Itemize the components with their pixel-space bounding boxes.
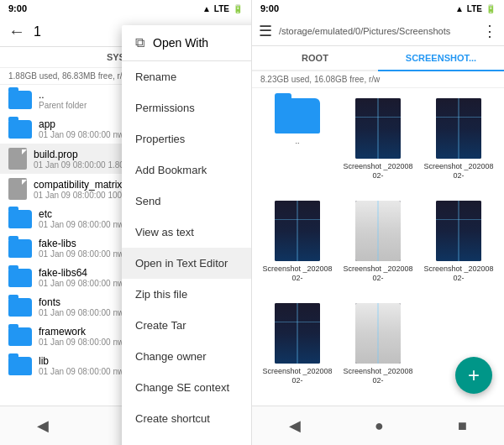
right-bottom-nav: ◀ ● ■ — [252, 406, 504, 445]
context-menu-item[interactable]: Open in Text Editor — [122, 248, 252, 279]
grid-item-label: Screenshot _20200802- — [262, 367, 333, 385]
battery-icon: 🔋 — [233, 4, 243, 13]
folder-icon — [8, 357, 32, 375]
context-menu-header: ⧉ Open With — [122, 25, 252, 61]
grid-item[interactable]: Screenshot _20200802- — [259, 300, 336, 399]
context-menu-item[interactable]: Link to this file — [122, 434, 252, 445]
grid-item[interactable]: Screenshot _20200802- — [420, 95, 497, 194]
folder-icon — [8, 239, 32, 258]
file-doc-icon — [8, 178, 27, 200]
context-menu-item[interactable]: Create shortcut — [122, 403, 252, 434]
signal-icon: LTE — [214, 4, 229, 13]
tab-item[interactable]: SCREENSHOT... — [378, 46, 504, 70]
screenshot-thumb — [436, 98, 481, 159]
right-toolbar: ☰ /storage/emulated/0/Pictures/Screensho… — [252, 17, 504, 46]
grid-item-label: .. — [295, 137, 299, 146]
context-menu-item[interactable]: Create Tar — [122, 310, 252, 341]
grid-item-label: Screenshot _20200802- — [343, 264, 413, 283]
right-status-icons: ▲ LTE 🔋 — [455, 4, 496, 13]
context-menu-item[interactable]: View as text — [122, 217, 252, 248]
right-status-bar: 9:00 ▲ LTE 🔋 — [252, 0, 504, 17]
left-panel: 9:00 ▲ LTE 🔋 ← 1 SYSTEM 1.88GB used, 86.… — [0, 0, 252, 445]
fab-button[interactable]: + — [455, 357, 492, 394]
context-menu-item[interactable]: Zip this file — [122, 279, 252, 310]
grid-item-label: Screenshot _20200802- — [343, 162, 413, 181]
screenshot-thumb — [436, 201, 481, 261]
grid-item[interactable]: Screenshot _20200802- — [259, 197, 336, 296]
right-wrapper: ..Screenshot _20200802-Screenshot _20200… — [252, 88, 504, 406]
context-menu-item[interactable]: Permissions — [122, 92, 252, 123]
context-menu-item[interactable]: Add Bookmark — [122, 154, 252, 186]
grid-item[interactable]: Screenshot _20200802- — [339, 197, 417, 296]
file-doc-icon — [8, 148, 27, 170]
right-signal-icon: LTE — [467, 4, 482, 13]
right-storage-info: 8.23GB used, 16.08GB free, r/w — [252, 71, 504, 88]
nav-back-button[interactable]: ◀ — [24, 413, 62, 438]
screenshot-thumb — [275, 201, 320, 261]
context-menu-items: RenamePermissionsPropertiesAdd BookmarkS… — [122, 61, 252, 445]
context-menu-item[interactable]: Rename — [122, 61, 252, 92]
tab-item[interactable]: ROOT — [252, 46, 378, 70]
context-menu-item[interactable]: Properties — [122, 123, 252, 154]
folder-icon — [8, 210, 32, 228]
right-nav-back-button[interactable]: ◀ — [276, 413, 314, 438]
right-wifi-icon: ▲ — [455, 4, 464, 13]
grid-item[interactable]: Screenshot _20200802- — [339, 300, 417, 399]
right-battery-icon: 🔋 — [486, 4, 496, 13]
context-menu: ⧉ Open With RenamePermissionsPropertiesA… — [122, 25, 252, 445]
more-options-icon[interactable]: ⋮ — [482, 22, 497, 40]
grid-item[interactable]: Screenshot _20200802- — [339, 95, 417, 194]
back-button[interactable]: ← — [8, 22, 25, 41]
screenshot-thumb — [355, 201, 401, 261]
hamburger-icon[interactable]: ☰ — [259, 22, 272, 40]
context-menu-item[interactable]: Send — [122, 186, 252, 217]
wifi-icon: ▲ — [202, 4, 211, 13]
folder-icon — [8, 91, 32, 109]
grid-item-label: Screenshot _20200802- — [423, 162, 494, 181]
right-nav-home-button[interactable]: ● — [361, 414, 397, 438]
right-panel: 9:00 ▲ LTE 🔋 ☰ /storage/emulated/0/Pictu… — [252, 0, 504, 445]
left-toolbar-title: 1 — [34, 24, 41, 39]
grid-item-label: Screenshot _20200802- — [423, 264, 494, 283]
grid-item[interactable]: .. — [259, 95, 336, 194]
context-menu-item[interactable]: Change SE context — [122, 372, 252, 403]
right-nav-recents-button[interactable]: ■ — [444, 414, 480, 438]
grid-item-label: Screenshot _20200802- — [343, 367, 413, 385]
left-time: 9:00 — [8, 3, 27, 13]
folder-icon — [8, 269, 32, 287]
screenshot-thumb — [355, 98, 401, 159]
screenshot-thumb — [355, 303, 401, 364]
copy-icon: ⧉ — [135, 35, 144, 50]
context-menu-title: Open With — [153, 36, 208, 50]
folder-icon — [8, 298, 32, 317]
right-time: 9:00 — [260, 3, 279, 13]
folder-icon — [8, 327, 32, 346]
screenshot-thumb — [275, 303, 320, 364]
left-status-bar: 9:00 ▲ LTE 🔋 — [0, 0, 251, 17]
folder-icon — [8, 120, 32, 139]
context-menu-item[interactable]: Change owner — [122, 341, 252, 372]
grid-item-label: Screenshot _20200802- — [262, 264, 333, 283]
grid-folder-icon — [275, 98, 320, 134]
grid-item[interactable]: Screenshot _20200802- — [420, 197, 497, 296]
left-status-icons: ▲ LTE 🔋 — [202, 4, 243, 13]
path-text: /storage/emulated/0/Pictures/Screenshots — [279, 26, 475, 36]
tabs: ROOTSCREENSHOT... — [252, 46, 504, 71]
